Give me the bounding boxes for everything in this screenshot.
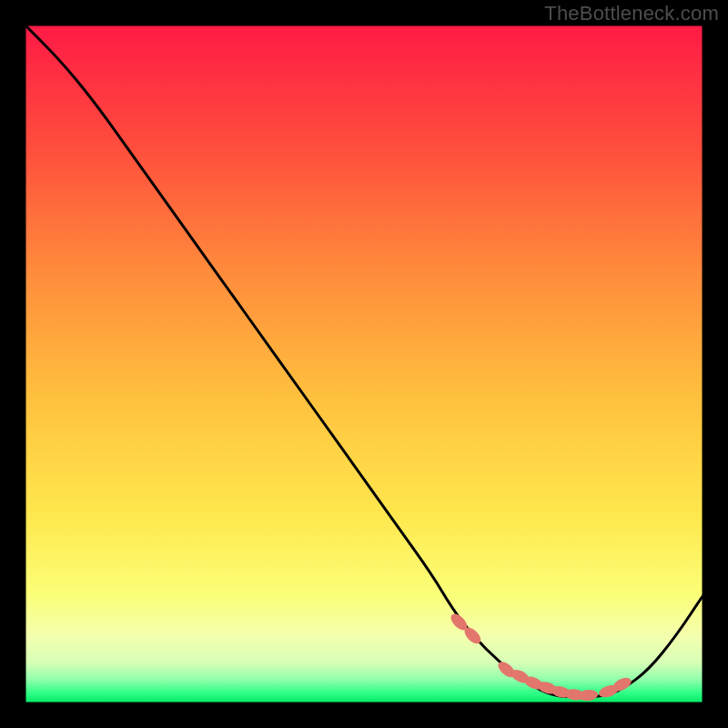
bottleneck-chart [25, 25, 703, 703]
plot-background [25, 25, 703, 703]
page-root: TheBottleneck.com [0, 0, 728, 728]
chart-svg [25, 25, 703, 703]
watermark-text: TheBottleneck.com [544, 2, 719, 25]
